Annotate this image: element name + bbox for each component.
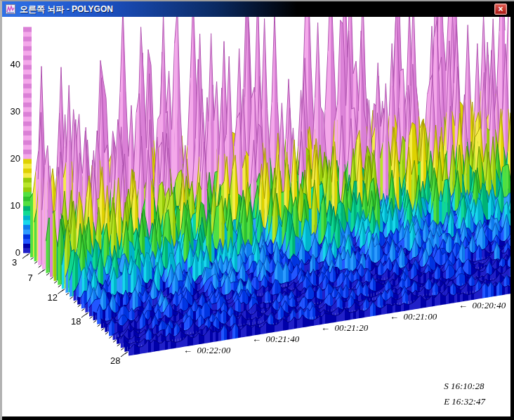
- session-end-label: E 16:32:47: [444, 394, 485, 409]
- session-labels: S 16:10:28 E 16:32:47: [444, 379, 485, 409]
- titlebar[interactable]: 오른쪽 뇌파 - POLYGON ×: [2, 1, 510, 17]
- spectrogram-canvas: [2, 17, 510, 416]
- screen: 오른쪽 뇌파 - POLYGON × S 16:10:28 E 16:32:47: [0, 0, 514, 420]
- close-button[interactable]: ×: [494, 4, 507, 15]
- client-area: S 16:10:28 E 16:32:47: [2, 17, 510, 416]
- window-title: 오른쪽 뇌파 - POLYGON: [20, 4, 113, 15]
- session-start-label: S 16:10:28: [444, 379, 485, 394]
- close-icon: ×: [498, 4, 503, 14]
- app-icon[interactable]: [6, 4, 15, 14]
- app-window: 오른쪽 뇌파 - POLYGON × S 16:10:28 E 16:32:47: [0, 0, 514, 420]
